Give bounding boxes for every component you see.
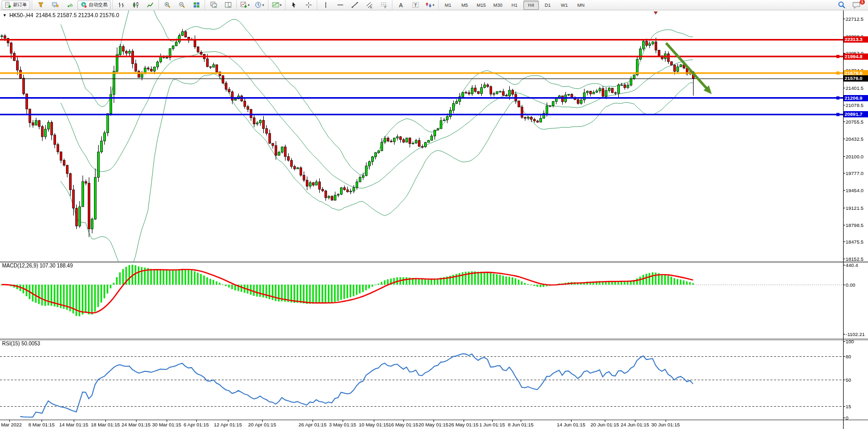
horizontal-line-button[interactable] — [333, 1, 347, 10]
dropdown-arrow-icon: ▾ — [248, 3, 250, 7]
price-axis-tick: 19121.5 — [846, 205, 863, 211]
autotrading-button[interactable]: 自动交易 — [77, 1, 111, 10]
dropdown-arrow-icon: ▾ — [262, 3, 264, 7]
market-icon — [37, 2, 44, 8]
price-axis-tick: 18475.5 — [846, 239, 863, 245]
signals-icon — [66, 2, 73, 8]
timeframe-m30-button[interactable]: M30 — [490, 1, 506, 10]
cursor-icon — [291, 2, 297, 8]
price-tag: 22313.3 — [844, 36, 868, 43]
new-order-label: 新订单 — [13, 2, 27, 8]
text-label-button[interactable]: T — [409, 1, 422, 10]
arrow-objects-icon — [425, 2, 432, 8]
line-chart-button[interactable] — [143, 1, 157, 10]
chart-header: ▼ HK50-,H4 21484.5 21587.5 21234.0 21576… — [3, 12, 119, 18]
crosshair-icon — [305, 2, 312, 8]
line-chart-icon — [147, 2, 154, 8]
new-order-icon — [5, 2, 11, 8]
crosshair-button[interactable] — [302, 1, 315, 10]
text-label-icon: T — [412, 2, 419, 8]
timeframe-m1-button[interactable]: M1 — [440, 1, 456, 10]
current-price-tag: 21576.0 — [844, 75, 868, 82]
collapse-marker-icon[interactable]: ▼ — [3, 13, 7, 18]
timeframe-h4-button[interactable]: H4 — [523, 1, 539, 10]
clock-icon — [255, 2, 262, 8]
channel-button[interactable]: E — [362, 1, 376, 10]
price-axis-tick: 20432.5 — [846, 136, 863, 142]
chart-window: ▼ HK50-,H4 21484.5 21587.5 21234.0 21576… — [0, 10, 868, 429]
zoom-out-button[interactable] — [175, 1, 188, 10]
rsi-label: RSI(15) 50.0053 — [2, 341, 40, 346]
symbol-period-label: HK50-,H4 — [9, 12, 33, 18]
price-axis-tick: 18798.5 — [846, 222, 863, 228]
candlestick-chart-icon — [132, 2, 139, 8]
price-axis-tick: 19454.0 — [846, 187, 863, 193]
tile-vertical-button[interactable] — [221, 1, 235, 10]
trendline-icon — [351, 2, 358, 8]
ohlc-values: 21484.5 21587.5 21234.0 21576.0 — [36, 12, 119, 18]
svg-text:F: F — [384, 5, 386, 8]
text-button[interactable]: A — [394, 1, 408, 10]
timeframe-m15-button[interactable]: M15 — [473, 1, 489, 10]
vertical-line-button[interactable] — [319, 1, 332, 10]
timeframe-d1-button[interactable]: D1 — [540, 1, 555, 10]
price-tag: 20891.7 — [844, 111, 868, 117]
fibonacci-button[interactable]: F — [377, 1, 390, 10]
trendline-button[interactable] — [348, 1, 361, 10]
rsi-axis-tick: 100 — [846, 339, 854, 344]
svg-text:T: T — [414, 2, 417, 8]
time-axis-label: 20 Apr 01:15 — [241, 422, 283, 427]
timeframe-mn-button[interactable]: MN — [573, 1, 589, 10]
cascade-windows-button[interactable] — [207, 1, 220, 10]
cascade-windows-icon — [210, 2, 217, 8]
new-chart-icon — [240, 2, 247, 8]
macd-label: MACD(12,26,9) 107.30 188.49 — [2, 263, 73, 269]
macd-axis-tick: 440.4 — [846, 262, 858, 268]
time-axis-label: 8 Jun 01:15 — [500, 422, 541, 427]
fibonacci-icon: F — [381, 2, 387, 8]
arrows-button[interactable]: ▾ — [423, 1, 437, 10]
zoom-in-button[interactable] — [160, 1, 174, 10]
new-chart-button[interactable]: ▾ — [238, 1, 252, 10]
hosting-button[interactable] — [48, 1, 62, 10]
notifications-button[interactable]: 1 — [849, 1, 863, 10]
bars-chart-button[interactable] — [114, 1, 128, 10]
timeframe-w1-button[interactable]: W1 — [557, 1, 572, 10]
tile-vertical-icon — [225, 2, 232, 8]
price-axis-tick: 19777.0 — [846, 170, 863, 176]
timeframe-h1-button[interactable]: H1 — [507, 1, 522, 10]
price-axis-tick: 18152.5 — [846, 256, 863, 262]
templates-button[interactable]: ▾ — [270, 1, 283, 10]
cursor-button[interactable] — [287, 1, 301, 10]
price-axis-tick: 20755.5 — [846, 119, 863, 125]
period-button[interactable]: ▾ — [253, 1, 266, 10]
text-icon: A — [398, 2, 404, 8]
svg-text:E: E — [370, 6, 372, 9]
rsi-axis-tick: 80 — [846, 354, 851, 359]
chat-bubble-icon — [852, 2, 860, 9]
search-icon — [838, 1, 846, 9]
tile-windows-icon — [193, 2, 200, 8]
search-button[interactable] — [835, 1, 848, 10]
svg-text:A: A — [399, 2, 403, 8]
price-tag: 21206.9 — [844, 95, 868, 101]
rsi-axis-tick: 0 — [846, 415, 848, 421]
dropdown-arrow-icon: ▾ — [280, 3, 282, 7]
autotrading-label: 自动交易 — [89, 2, 107, 8]
market-button[interactable] — [34, 1, 47, 10]
signals-button[interactable] — [63, 1, 76, 10]
new-order-button[interactable]: 新订单 — [2, 1, 30, 10]
tile-windows-button[interactable] — [189, 1, 203, 10]
dropdown-arrow-icon: ▾ — [432, 3, 435, 7]
chart-canvas[interactable] — [0, 10, 868, 429]
timeframe-m5-button[interactable]: M5 — [457, 1, 472, 10]
price-axis-tick: 22712.5 — [846, 16, 863, 22]
zoom-in-icon — [164, 2, 171, 8]
price-axis-tick: 21401.5 — [846, 85, 863, 91]
candlestick-chart-button[interactable] — [129, 1, 142, 10]
price-tag: 21994.8 — [844, 53, 868, 60]
price-axis-tick: 20100.0 — [846, 154, 863, 159]
autotrading-icon — [80, 2, 87, 8]
price-axis-tick: 21078.5 — [846, 102, 863, 108]
notification-badge: 1 — [860, 0, 865, 5]
